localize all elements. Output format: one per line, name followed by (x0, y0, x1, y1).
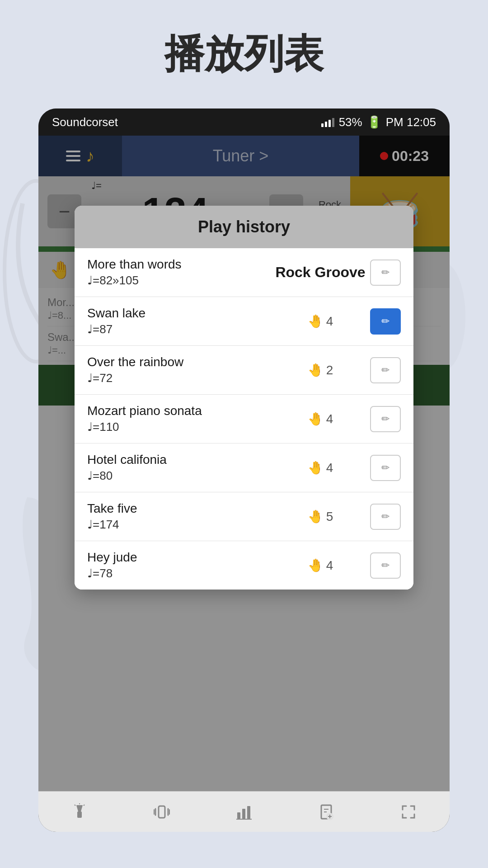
history-item[interactable]: Take five ♩=174 🤚5 ✏ (75, 492, 413, 541)
item-beat: 🤚5 (275, 509, 366, 524)
chart-icon (235, 803, 253, 821)
expand-icon (400, 803, 417, 821)
item-name: Swan lake (87, 306, 271, 321)
app-content: ♪ Tuner > 00:23 − ♩= 124 Allegro + RockG… (38, 136, 450, 832)
pencil-icon: ✏ (381, 267, 389, 278)
item-name: Hotel califonia (87, 453, 271, 467)
item-tempo: ♩=72 (87, 371, 271, 385)
bottom-nav (38, 791, 450, 832)
battery-percent: 53% (339, 115, 362, 129)
signal-icon (321, 117, 334, 127)
vibrate-icon (153, 803, 170, 821)
history-item[interactable]: Hotel califonia ♩=80 🤚4 ✏ (75, 443, 413, 492)
history-item[interactable]: Hey jude ♩=78 🤚4 ✏ (75, 541, 413, 590)
item-name: Hey jude (87, 550, 271, 565)
item-style: Rock Groove (275, 264, 366, 281)
svg-rect-15 (237, 812, 240, 819)
edit-button[interactable]: ✏ (370, 504, 401, 530)
dialog-overlay: Play history More than words ♩=82»105 Ro… (38, 136, 450, 832)
history-item[interactable]: Mozart piano sonata ♩=110 🤚4 ✏ (75, 395, 413, 443)
history-item[interactable]: Over the rainbow ♩=72 🤚2 ✏ (75, 346, 413, 395)
flashlight-icon (71, 803, 88, 821)
pencil-icon: ✏ (381, 560, 389, 571)
item-beat: 🤚4 (275, 314, 366, 329)
svg-rect-6 (77, 811, 82, 818)
page-title: 播放列表 (0, 0, 488, 99)
item-tempo: ♩=174 (87, 518, 271, 532)
item-info: More than words ♩=82»105 (87, 257, 271, 288)
item-name: More than words (87, 257, 271, 272)
svg-rect-10 (159, 806, 165, 818)
item-info: Hey jude ♩=78 (87, 550, 271, 580)
dialog-header: Play history (75, 206, 413, 248)
status-right: 53% 🔋 PM 12:05 (321, 115, 436, 129)
history-item[interactable]: More than words ♩=82»105 Rock Groove ✏ (75, 248, 413, 297)
dialog-title: Play history (198, 217, 290, 236)
pencil-icon: ✏ (381, 511, 389, 523)
item-name: Take five (87, 501, 271, 516)
nav-add-doc[interactable] (318, 803, 335, 821)
time: PM 12:05 (386, 115, 436, 129)
edit-button[interactable]: ✏ (370, 357, 401, 383)
phone-frame: Soundcorset 53% 🔋 PM 12:05 ♪ Tuner > 00:… (38, 108, 450, 832)
pencil-icon: ✏ (381, 413, 389, 425)
pencil-icon-active: ✏ (381, 316, 389, 327)
nav-flashlight[interactable] (71, 803, 88, 821)
item-beat: 🤚4 (275, 558, 366, 573)
item-beat: 🤚4 (275, 411, 366, 426)
nav-vibrate[interactable] (153, 803, 170, 821)
edit-button[interactable]: ✏ (370, 455, 401, 481)
item-name: Over the rainbow (87, 355, 271, 369)
item-beat: 🤚4 (275, 460, 366, 475)
item-info: Hotel califonia ♩=80 (87, 453, 271, 483)
svg-marker-5 (76, 805, 83, 811)
item-tempo: ♩=78 (87, 566, 271, 580)
app-name: Soundcorset (52, 115, 118, 129)
item-tempo: ♩=87 (87, 322, 271, 336)
battery-icon: 🔋 (367, 115, 381, 129)
item-info: Mozart piano sonata ♩=110 (87, 404, 271, 434)
nav-expand[interactable] (400, 803, 417, 821)
add-doc-icon (318, 803, 335, 821)
item-name: Mozart piano sonata (87, 404, 271, 418)
history-item[interactable]: Swan lake ♩=87 🤚4 ✏ (75, 297, 413, 346)
play-history-dialog: Play history More than words ♩=82»105 Ro… (75, 206, 413, 590)
svg-line-8 (75, 805, 75, 806)
svg-line-9 (84, 805, 84, 806)
dialog-body: More than words ♩=82»105 Rock Groove ✏ S… (75, 248, 413, 590)
svg-rect-16 (242, 809, 245, 819)
status-bar: Soundcorset 53% 🔋 PM 12:05 (38, 108, 450, 136)
item-tempo: ♩=110 (87, 420, 271, 434)
pencil-icon: ✏ (381, 364, 389, 376)
pencil-icon: ✏ (381, 462, 389, 474)
edit-button[interactable]: ✏ (370, 259, 401, 286)
edit-button-active[interactable]: ✏ (370, 308, 401, 335)
edit-button[interactable]: ✏ (370, 552, 401, 579)
nav-chart[interactable] (235, 803, 253, 821)
svg-rect-17 (247, 806, 250, 819)
item-tempo: ♩=80 (87, 469, 271, 483)
item-tempo: ♩=82»105 (87, 274, 271, 288)
item-info: Swan lake ♩=87 (87, 306, 271, 336)
item-info: Over the rainbow ♩=72 (87, 355, 271, 385)
item-beat: 🤚2 (275, 363, 366, 377)
edit-button[interactable]: ✏ (370, 406, 401, 432)
item-info: Take five ♩=174 (87, 501, 271, 532)
